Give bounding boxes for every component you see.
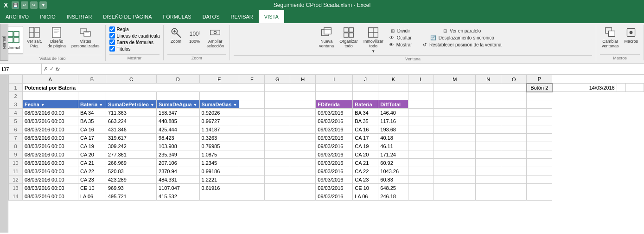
cell-1-O[interactable]	[626, 84, 635, 92]
cell-3-F[interactable]	[239, 100, 265, 109]
formula-fx-icon[interactable]: fx	[56, 66, 60, 72]
cell-10-C[interactable]: 266.969	[106, 159, 157, 167]
cell-3-E[interactable]: SumaDeGas ▼	[199, 100, 239, 109]
cell-7-O[interactable]	[501, 134, 527, 142]
cell-9-J[interactable]: CA 20	[353, 150, 378, 159]
cell-5-E[interactable]: 0.96727	[199, 117, 239, 125]
cell-6-J[interactable]: CA 16	[353, 125, 378, 134]
cell-11-B[interactable]: CA 22	[78, 167, 106, 176]
cell-4-C[interactable]: 711.363	[106, 109, 157, 117]
cell-3-K[interactable]: DiffTotal	[378, 100, 408, 109]
col-header-F[interactable]: F	[239, 75, 265, 84]
cell-2-L[interactable]	[408, 92, 434, 100]
cell-12-B[interactable]: CA 23	[78, 176, 106, 184]
cell-5-N[interactable]	[476, 117, 501, 125]
cell-13-F[interactable]	[239, 184, 265, 192]
cell-12-N[interactable]	[476, 176, 501, 184]
regla-checkbox[interactable]	[109, 26, 115, 32]
col-header-L[interactable]: L	[408, 75, 434, 84]
cell-14-H[interactable]	[290, 192, 316, 201]
cell-12-E[interactable]: 1.2221	[199, 176, 239, 184]
cell-11-P[interactable]	[527, 167, 552, 176]
cell-9-I[interactable]: 09/03/2016	[316, 150, 353, 159]
cell-1-K[interactable]	[501, 84, 527, 92]
col-header-K[interactable]: K	[378, 75, 408, 84]
cell-4-B[interactable]: BA 34	[78, 109, 106, 117]
cell-11-M[interactable]	[434, 167, 476, 176]
cell-11-J[interactable]: CA 22	[353, 167, 378, 176]
cell-4-K[interactable]: 146.40	[378, 109, 408, 117]
cell-2-M[interactable]	[434, 92, 476, 100]
cell-14-B[interactable]: LA 06	[78, 192, 106, 201]
cell-10-J[interactable]: CA 21	[353, 159, 378, 167]
zoom100-button[interactable]: 100% 100%	[186, 26, 203, 45]
cell-12-M[interactable]	[434, 176, 476, 184]
cell-11-E[interactable]: 0.99186	[199, 167, 239, 176]
cell-1-N[interactable]	[617, 84, 625, 92]
cell-2-E[interactable]	[199, 92, 239, 100]
cell-5-O[interactable]	[501, 117, 527, 125]
cell-7-C[interactable]: 319.617	[106, 134, 157, 142]
cell-11-H[interactable]	[290, 167, 316, 176]
cell-6-I[interactable]: 09/03/2016	[316, 125, 353, 134]
vistas-personalizadas-button[interactable]: Vistaspersonalizadas	[70, 26, 102, 49]
col-header-N[interactable]: N	[476, 75, 501, 84]
mostrar-ventana-button[interactable]: 👁 Mostrar	[387, 42, 414, 48]
cell-8-N[interactable]	[476, 142, 501, 150]
checkbox-titulos[interactable]: Títulos	[109, 46, 131, 52]
cell-6-E[interactable]: 1.14187	[199, 125, 239, 134]
cell-9-O[interactable]	[501, 150, 527, 159]
cell-3-D[interactable]: SumaDeAgua ▼	[157, 100, 200, 109]
cell-6-A[interactable]: 08/03/2016 00:00	[23, 125, 78, 134]
cell-12-G[interactable]	[265, 176, 290, 184]
cell-4-G[interactable]	[265, 109, 290, 117]
cell-1-H[interactable]	[408, 84, 434, 92]
cell-14-E[interactable]	[199, 192, 239, 201]
cell-2-F[interactable]	[239, 92, 265, 100]
cell-10-P[interactable]	[527, 159, 552, 167]
cell-1-A[interactable]: Potencial por Bateria	[23, 84, 239, 92]
desplazamiento-button[interactable]: 🔄 Desplazamiento síncronico	[416, 35, 509, 41]
cell-11-D[interactable]: 2370.94	[157, 167, 200, 176]
checkbox-regla[interactable]: Regla	[109, 26, 129, 32]
cell-3-G[interactable]	[265, 100, 290, 109]
cell-5-A[interactable]: 08/03/2016 00:00	[23, 117, 78, 125]
cell-10-E[interactable]: 1.2345	[199, 159, 239, 167]
redo-icon[interactable]: ↪	[30, 1, 38, 9]
cell-5-K[interactable]: 117.16	[378, 117, 408, 125]
cell-6-F[interactable]	[239, 125, 265, 134]
cell-13-I[interactable]: 09/03/2016	[316, 184, 353, 192]
cell-7-I[interactable]: 09/03/2016	[316, 134, 353, 142]
formula-confirm-icon[interactable]: ✓	[50, 66, 54, 72]
restablecer-button[interactable]: ↺ Restablecer posición de la ventana	[416, 42, 509, 48]
save-icon[interactable]: 💾	[12, 1, 19, 9]
cell-3-B[interactable]: Bateria ▼	[78, 100, 106, 109]
cell-9-H[interactable]	[290, 150, 316, 159]
cell-3-C[interactable]: SumaDePetróleo ▼	[106, 100, 157, 109]
cell-6-D[interactable]: 425.444	[157, 125, 200, 134]
cell-10-A[interactable]: 08/03/2016 00:00	[23, 159, 78, 167]
cell-13-B[interactable]: CE 10	[78, 184, 106, 192]
cell-3-A[interactable]: Fecha ▼	[23, 100, 78, 109]
cell-12-A[interactable]: 08/03/2016 00:00	[23, 176, 78, 184]
cell-14-N[interactable]	[476, 192, 501, 201]
cell-1-I[interactable]	[434, 84, 476, 92]
cell-7-P[interactable]	[527, 134, 552, 142]
menu-insertar[interactable]: INSERTAR	[61, 10, 98, 23]
ocultar-button[interactable]: 👁 Ocultar	[387, 35, 414, 41]
boton2-cell[interactable]: Botón 2	[527, 84, 552, 92]
col-header-C[interactable]: C	[106, 75, 157, 84]
undo-icon[interactable]: ↩	[21, 1, 28, 9]
organizar-button[interactable]: Organizartodo	[338, 26, 360, 49]
menu-formulas[interactable]: FÓRMULAS	[158, 10, 197, 23]
cell-5-I[interactable]: 09/03/2016	[316, 117, 353, 125]
cell-9-K[interactable]: 171.24	[378, 150, 408, 159]
col-header-B[interactable]: B	[78, 75, 106, 84]
col-header-P[interactable]: P	[527, 75, 552, 84]
cell-13-H[interactable]	[290, 184, 316, 192]
cell-10-K[interactable]: 60.92	[378, 159, 408, 167]
cell-5-C[interactable]: 663.224	[106, 117, 157, 125]
cell-13-E[interactable]: 0.61916	[199, 184, 239, 192]
cell-9-E[interactable]: 1.0875	[199, 150, 239, 159]
cell-2-N[interactable]	[476, 92, 501, 100]
